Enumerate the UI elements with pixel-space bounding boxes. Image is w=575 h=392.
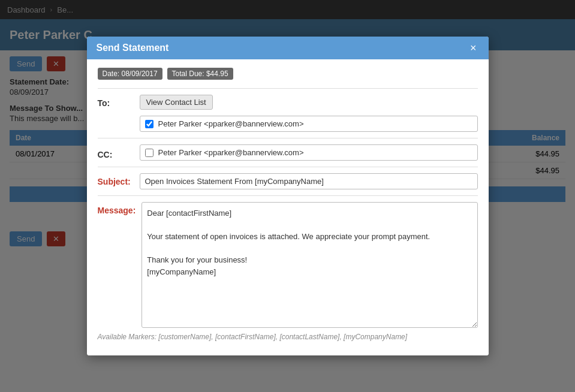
to-label: To:: [98, 95, 134, 108]
to-row: To: View Contact List Peter Parker <ppar…: [98, 95, 478, 132]
modal-overlay: Send Statement × Date: 08/09/2017 Total …: [0, 0, 575, 392]
cc-row: CC: Peter Parker <pparker@bannerview.com…: [98, 144, 478, 161]
to-section: To: View Contact List Peter Parker <ppar…: [98, 88, 478, 138]
date-badge: Date: 08/09/2017: [98, 68, 162, 80]
cc-checkbox[interactable]: [145, 149, 153, 157]
cc-email-row: Peter Parker <pparker@bannerview.com>: [140, 144, 478, 161]
modal-body: Date: 08/09/2017 Total Due: $44.95 To: V…: [87, 59, 489, 355]
modal-header: Send Statement ×: [87, 37, 489, 59]
available-markers-values: [customerName], [contactFirstName], [con…: [158, 333, 407, 341]
subject-input[interactable]: [140, 173, 478, 189]
message-section: Message: Dear [contactFirstName] Your st…: [98, 195, 478, 347]
badges-row: Date: 08/09/2017 Total Due: $44.95: [98, 68, 478, 80]
to-checkbox[interactable]: [145, 120, 153, 128]
to-header-row: View Contact List: [140, 95, 478, 110]
view-contact-list-button[interactable]: View Contact List: [140, 95, 213, 110]
message-row: Message: Dear [contactFirstName] Your st…: [98, 202, 478, 328]
subject-row: Subject:: [98, 173, 478, 189]
subject-section: Subject:: [98, 167, 478, 195]
total-badge: Total Due: $44.95: [167, 68, 233, 80]
cc-email-label: Peter Parker <pparker@bannerview.com>: [158, 148, 304, 157]
subject-label: Subject:: [98, 173, 134, 186]
cc-section: CC: Peter Parker <pparker@bannerview.com…: [98, 138, 478, 167]
message-label: Message:: [98, 202, 136, 215]
modal-close-button[interactable]: ×: [468, 43, 479, 53]
modal-title: Send Statement: [97, 43, 169, 53]
available-markers: Available Markers: [customerName], [cont…: [98, 333, 478, 341]
available-markers-label: Available Markers:: [98, 333, 156, 341]
to-email-row: Peter Parker <pparker@bannerview.com>: [140, 116, 478, 132]
message-textarea[interactable]: Dear [contactFirstName] Your statement o…: [142, 202, 477, 328]
to-email-label: Peter Parker <pparker@bannerview.com>: [158, 119, 304, 128]
to-content: View Contact List Peter Parker <pparker@…: [140, 95, 478, 132]
cc-label: CC:: [98, 146, 134, 159]
send-statement-modal: Send Statement × Date: 08/09/2017 Total …: [87, 37, 489, 355]
